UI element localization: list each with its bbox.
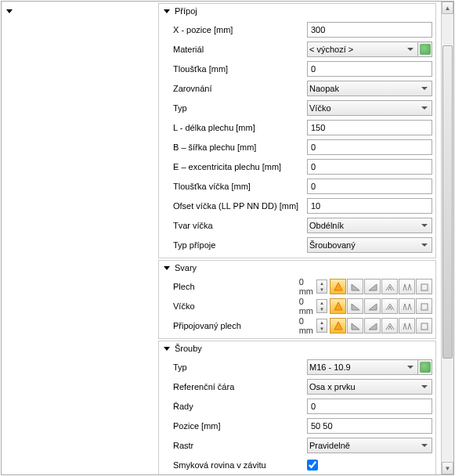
label-srouby-typ: Typ <box>173 362 307 372</box>
select-typ[interactable]: Víčko <box>307 100 432 116</box>
group-srouby: Šrouby TypM16 - 10.9 Referenční čáraOsa … <box>158 341 436 474</box>
select-rastr[interactable]: Pravidelně <box>307 438 432 453</box>
label-rady: Řady <box>173 402 307 411</box>
select-material[interactable]: < výchozí > <box>307 41 418 57</box>
weld-type-icon[interactable] <box>364 298 381 314</box>
input-b-sirka[interactable] <box>307 139 432 155</box>
label-tvar-vicka: Tvar víčka <box>173 221 307 230</box>
svg-rect-1 <box>421 304 428 310</box>
edit-srouby-typ-button[interactable] <box>418 359 432 375</box>
weld-type-icon[interactable] <box>330 318 346 334</box>
label-zarovnani: Zarovnání <box>173 84 307 93</box>
weld-type-icon[interactable] <box>399 318 415 334</box>
edit-icon <box>420 362 431 373</box>
chevron-down-icon <box>164 266 170 270</box>
weld-type-icon[interactable] <box>381 298 398 314</box>
spinner-vicko[interactable]: ▲▼ <box>316 299 327 313</box>
input-l-delka[interactable] <box>307 120 432 135</box>
svg-rect-0 <box>421 284 428 290</box>
svg-rect-2 <box>421 323 428 330</box>
scroll-thumb[interactable] <box>442 45 453 359</box>
weld-type-icon[interactable] <box>330 279 346 294</box>
value-pripojovany: 0 mm <box>299 316 316 335</box>
input-pozice[interactable] <box>307 418 432 434</box>
checkbox-smykrovina[interactable] <box>307 460 318 471</box>
group-pripoj-header[interactable]: Přípoj <box>159 4 435 18</box>
select-refcara[interactable]: Osa x prvku <box>307 379 432 395</box>
weld-type-icon[interactable] <box>330 298 346 314</box>
scroll-down-button[interactable]: ▼ <box>442 462 453 474</box>
input-tloustka[interactable] <box>307 61 432 77</box>
select-srouby-typ[interactable]: M16 - 10.9 <box>307 359 418 375</box>
label-plech: Plech <box>173 282 299 291</box>
weld-type-icon[interactable] <box>399 298 415 314</box>
label-pripojovany: Připojovaný plech <box>173 321 299 330</box>
weld-type-icon[interactable] <box>347 298 363 314</box>
input-e-excentr[interactable] <box>307 159 432 175</box>
value-vicko: 0 mm <box>299 297 316 316</box>
label-material: Materiál <box>173 45 307 54</box>
select-tvar-vicka[interactable]: Obdélník <box>307 218 432 233</box>
weld-type-icon[interactable] <box>416 298 432 314</box>
chevron-down-icon <box>164 347 170 351</box>
label-refcara: Referenční čára <box>173 382 307 391</box>
label-tloustka: Tloušťka [mm] <box>173 64 307 74</box>
chevron-down-icon <box>164 9 170 13</box>
properties-panel: Přípoj X - pozice [mm] Materiál< výchozí… <box>2 2 441 474</box>
weld-type-icon[interactable] <box>364 279 381 294</box>
label-ofset-vicka: Ofset víčka (LL PP NN DD) [mm] <box>173 201 307 211</box>
weld-type-icon[interactable] <box>347 318 363 334</box>
label-e-excentr: E – excentricita plechu [mm] <box>173 162 307 171</box>
label-x-pozice: X - pozice [mm] <box>173 25 307 34</box>
input-ofset-vicka[interactable] <box>307 198 432 214</box>
select-typ-pripoje[interactable]: Šroubovaný <box>307 237 432 253</box>
edit-icon <box>420 44 431 55</box>
weld-type-icon[interactable] <box>347 279 363 294</box>
group-svary: Svary Plech0 mm▲▼ Víčko0 mm▲▼ Připojovan… <box>158 260 436 339</box>
input-tloustka-vicka[interactable] <box>307 178 432 194</box>
weld-icons-vicko <box>330 298 432 314</box>
weld-type-icon[interactable] <box>381 279 398 294</box>
weld-type-icon[interactable] <box>416 279 432 294</box>
label-typ-pripoje: Typ přípoje <box>173 240 307 250</box>
label-b-sirka: B – šířka plechu [mm] <box>173 142 307 152</box>
label-tloustka-vicka: Tloušťka víčka [mm] <box>173 182 307 191</box>
input-rady[interactable] <box>307 398 432 414</box>
scroll-track[interactable] <box>442 14 453 462</box>
label-vicko: Víčko <box>173 301 299 311</box>
weld-type-icon[interactable] <box>399 279 415 294</box>
label-pozice: Pozice [mm] <box>173 421 307 431</box>
group-pripoj: Přípoj X - pozice [mm] Materiál< výchozí… <box>158 3 436 258</box>
label-rastr: Rastr <box>173 441 307 450</box>
scroll-up-button[interactable]: ▲ <box>442 2 453 14</box>
weld-icons-plech <box>330 279 432 294</box>
weld-type-icon[interactable] <box>381 318 398 334</box>
weld-type-icon[interactable] <box>416 318 432 334</box>
scrollbar: ▲ ▼ <box>441 2 453 474</box>
weld-icons-pripojovany <box>330 318 432 334</box>
select-zarovnani[interactable]: Naopak <box>307 81 432 96</box>
label-typ: Typ <box>173 103 307 113</box>
label-smykrovina: Smyková rovina v závitu <box>173 460 307 470</box>
group-svary-title: Svary <box>175 263 197 272</box>
group-srouby-title: Šrouby <box>175 344 202 353</box>
collapse-arrow[interactable] <box>6 9 13 13</box>
input-x-pozice[interactable] <box>307 22 432 38</box>
label-l-delka: L - délka plechu [mm] <box>173 123 307 132</box>
edit-material-button[interactable] <box>418 41 432 57</box>
spinner-plech[interactable]: ▲▼ <box>316 279 327 294</box>
group-srouby-header[interactable]: Šrouby <box>159 341 435 355</box>
group-svary-header[interactable]: Svary <box>159 261 435 275</box>
spinner-pripojovany[interactable]: ▲▼ <box>316 319 327 333</box>
group-pripoj-title: Přípoj <box>175 6 197 16</box>
weld-type-icon[interactable] <box>364 318 381 334</box>
value-plech: 0 mm <box>299 277 316 296</box>
